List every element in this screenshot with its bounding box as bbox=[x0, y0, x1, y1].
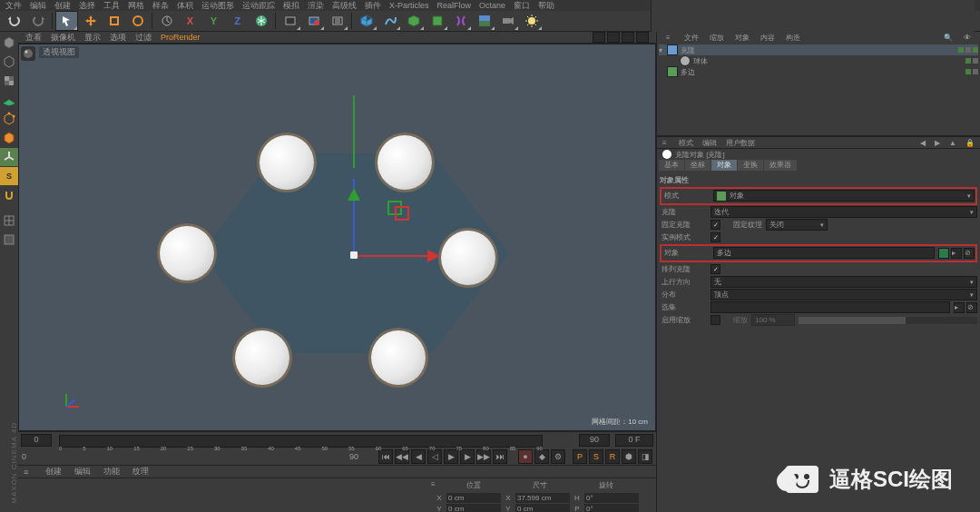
rotate-tool[interactable] bbox=[126, 11, 149, 31]
workplane-snap[interactable] bbox=[0, 231, 18, 249]
menu-item[interactable]: 窗口 bbox=[514, 0, 530, 12]
menu-item[interactable]: 文件 bbox=[5, 0, 22, 12]
menu-item[interactable]: 插件 bbox=[365, 0, 381, 12]
om-tab[interactable]: 内容 bbox=[757, 33, 779, 43]
pos-x-input[interactable]: 0 cm bbox=[446, 493, 501, 503]
axis-lock-x[interactable]: X bbox=[179, 11, 201, 31]
menu-item[interactable]: 编辑 bbox=[30, 0, 46, 12]
object-clear-icon[interactable]: ⊘ bbox=[964, 248, 975, 259]
light-object[interactable] bbox=[520, 11, 543, 31]
gizmo-origin[interactable] bbox=[350, 251, 358, 259]
menu-item[interactable]: 帮助 bbox=[538, 0, 554, 12]
play-reverse-button[interactable]: ◁ bbox=[427, 449, 442, 464]
sel-picker-icon[interactable]: ▸ bbox=[954, 302, 965, 313]
select-tool[interactable] bbox=[55, 11, 78, 31]
am-tab[interactable]: 用户数据 bbox=[726, 138, 755, 148]
key-param[interactable]: ⬢ bbox=[622, 449, 636, 464]
spline-primitive[interactable] bbox=[378, 11, 401, 31]
range-end[interactable]: 90 bbox=[349, 452, 371, 461]
menu-item[interactable]: 选择 bbox=[79, 0, 95, 12]
undo-button[interactable] bbox=[3, 11, 25, 31]
fix-tex-dropdown[interactable]: 关闭 bbox=[766, 219, 828, 231]
tree-item-sphere[interactable]: 球体 bbox=[693, 56, 708, 66]
render-pv[interactable] bbox=[302, 11, 325, 31]
tree-item-polygon[interactable]: 多边 bbox=[681, 67, 695, 77]
frame-end-input[interactable]: 90 bbox=[579, 434, 610, 447]
clone-dropdown[interactable]: 迭代 bbox=[710, 206, 977, 218]
redo-button[interactable] bbox=[26, 11, 49, 31]
range-start[interactable]: 0 bbox=[22, 452, 44, 461]
generator2[interactable] bbox=[426, 11, 448, 31]
coord-system[interactable] bbox=[250, 11, 272, 31]
environment[interactable] bbox=[473, 11, 495, 31]
attr-tab-transform[interactable]: 变换 bbox=[738, 160, 763, 171]
am-tab[interactable]: 编辑 bbox=[702, 138, 717, 148]
om-search-icon[interactable]: 🔍 bbox=[940, 34, 956, 42]
camera-object[interactable] bbox=[496, 11, 519, 31]
size-y-input[interactable]: 0 cm bbox=[515, 504, 570, 512]
model-mode[interactable] bbox=[0, 53, 18, 71]
om-tab[interactable]: 对象 bbox=[731, 33, 753, 43]
enable-scale-checkbox[interactable] bbox=[710, 315, 720, 325]
menu-item[interactable]: 运动跟踪 bbox=[242, 0, 275, 12]
key-options[interactable]: ⚙ bbox=[551, 449, 565, 464]
viewport-perspective[interactable]: 透视视图 网格间距：10 cm bbox=[18, 44, 656, 431]
status-item[interactable]: 编辑 bbox=[74, 466, 91, 478]
menu-item[interactable]: Octane bbox=[479, 1, 505, 10]
attr-tab-coord[interactable]: 坐标 bbox=[685, 160, 710, 171]
prev-frame-button[interactable]: ◀ bbox=[411, 449, 426, 464]
vp-menu-item[interactable]: 查看 bbox=[25, 32, 42, 44]
vp-nav-icon[interactable] bbox=[636, 32, 649, 43]
upaxis-dropdown[interactable]: 无 bbox=[710, 276, 977, 288]
key-scale[interactable]: S bbox=[589, 449, 603, 464]
generator[interactable] bbox=[402, 11, 425, 31]
move-tool[interactable] bbox=[79, 11, 102, 31]
am-nav-up[interactable]: ▲ bbox=[949, 139, 956, 147]
workplane-mode[interactable] bbox=[0, 91, 18, 109]
menu-item[interactable]: 模拟 bbox=[283, 0, 299, 12]
am-lock-icon[interactable]: 🔒 bbox=[965, 139, 975, 147]
attr-tab-object[interactable]: 对象 bbox=[711, 160, 737, 171]
pos-y-input[interactable]: 0 cm bbox=[446, 504, 501, 512]
menu-item[interactable]: 运动图形 bbox=[201, 0, 234, 12]
vp-camera-icon[interactable] bbox=[21, 46, 35, 61]
render-view[interactable] bbox=[279, 11, 301, 31]
go-end-button[interactable]: ⏭ bbox=[493, 449, 507, 464]
sel-clear-icon[interactable]: ⊘ bbox=[966, 302, 977, 313]
texture-mode[interactable] bbox=[0, 72, 18, 90]
vp-nav-icon[interactable] bbox=[622, 32, 634, 43]
attr-tab-basic[interactable]: 基本 bbox=[659, 160, 684, 171]
menu-item[interactable]: 网格 bbox=[128, 0, 144, 12]
menu-item[interactable]: 样条 bbox=[152, 0, 169, 12]
expand-icon[interactable]: ▾ bbox=[659, 46, 664, 54]
menu-item[interactable]: X-Particles bbox=[389, 1, 429, 10]
timeline-ruler[interactable]: 0 051015202530354045505560657075808590 9… bbox=[18, 431, 656, 448]
key-pos[interactable]: P bbox=[573, 449, 587, 464]
rot-h-input[interactable]: 0° bbox=[584, 493, 639, 503]
am-nav-back[interactable]: ◀ bbox=[920, 139, 926, 147]
object-tree[interactable]: ▾ 克隆 球体 多边 bbox=[657, 43, 980, 136]
tree-item-cloner[interactable]: 克隆 bbox=[681, 45, 695, 55]
object-picker-icon[interactable]: ▸ bbox=[951, 248, 962, 259]
plane-gizmo[interactable] bbox=[382, 199, 415, 231]
go-start-button[interactable]: ⏮ bbox=[378, 449, 393, 464]
vp-nav-icon[interactable] bbox=[593, 32, 605, 43]
make-editable[interactable] bbox=[0, 34, 18, 52]
viewport-solo[interactable]: S bbox=[0, 167, 18, 185]
menu-item[interactable]: RealFlow bbox=[437, 1, 472, 10]
selection-field[interactable] bbox=[710, 301, 950, 313]
render-settings[interactable] bbox=[326, 11, 348, 31]
align-checkbox[interactable] bbox=[710, 264, 720, 274]
menu-item[interactable]: 高级线 bbox=[332, 0, 357, 12]
snap-toggle[interactable] bbox=[0, 186, 18, 204]
axis-lock-z[interactable]: Z bbox=[226, 11, 249, 31]
key-rot[interactable]: R bbox=[605, 449, 620, 464]
snap-settings[interactable] bbox=[0, 212, 18, 230]
object-link-icon[interactable] bbox=[938, 248, 949, 259]
attr-tab-effector[interactable]: 效果器 bbox=[764, 160, 797, 171]
prev-key-button[interactable]: ◀◀ bbox=[395, 449, 409, 464]
key-pla[interactable]: ◨ bbox=[638, 449, 652, 464]
next-key-button[interactable]: ▶▶ bbox=[476, 449, 491, 464]
autokey-button[interactable]: ◆ bbox=[534, 449, 549, 464]
vp-menu-item[interactable]: 过滤 bbox=[135, 32, 152, 44]
